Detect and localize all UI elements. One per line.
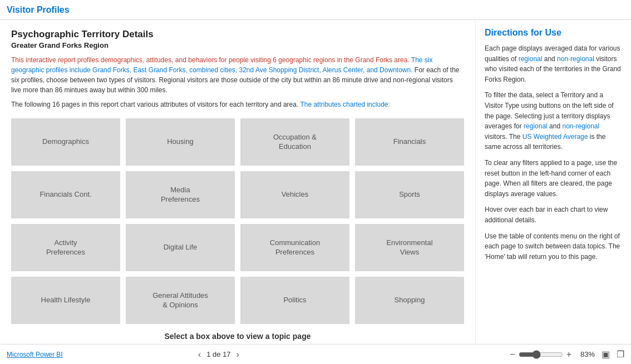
report-subtitle: Greater Grand Forks Region [11, 41, 464, 49]
attributes-blue: The attributes charted include: [300, 101, 390, 108]
topic-box-vehicles[interactable]: Vehicles [240, 171, 349, 218]
directions-body: Each page displays averaged data for var… [485, 43, 622, 262]
topic-box-health-lifestyle[interactable]: Health Lifestyle [11, 277, 120, 324]
directions-panel: Directions for Use Each page displays av… [475, 20, 631, 344]
page-prev-button[interactable]: ‹ [198, 350, 201, 360]
directions-paragraph-1: To filter the data, select a Territory a… [485, 90, 622, 152]
topic-box-politics[interactable]: Politics [240, 277, 349, 324]
report-title: Psychographic Territory Details [11, 29, 464, 40]
zoom-percent: 83% [575, 350, 595, 358]
directions-title: Directions for Use [485, 28, 622, 38]
topic-box-activity-preferences[interactable]: ActivityPreferences [11, 224, 120, 271]
zoom-minus-button[interactable]: − [510, 350, 515, 360]
topic-box-occupation-&-education[interactable]: Occupation &Education [240, 118, 349, 166]
directions-paragraph-3: Hover over each bar in each chart to vie… [485, 205, 622, 225]
zoom-plus-button[interactable]: + [566, 350, 571, 360]
topic-box-communication-preferences[interactable]: CommunicationPreferences [240, 224, 349, 271]
topic-box-housing[interactable]: Housing [126, 118, 235, 166]
topic-box-media-preferences[interactable]: MediaPreferences [126, 171, 235, 218]
intro-red: This interactive report profiles demogra… [11, 56, 410, 64]
zoom-controls: − + 83% ▣ ❐ [510, 349, 624, 360]
topic-box-sports[interactable]: Sports [355, 171, 464, 218]
expand-icon[interactable]: ❐ [617, 349, 624, 360]
topic-box-environmental-views[interactable]: EnvironmentalViews [355, 224, 464, 271]
attributes-black: The following 16 pages in this report ch… [11, 101, 298, 108]
directions-paragraph-4: Use the table of contents menu on the ri… [485, 231, 622, 262]
pagination: ‹ 1 de 17 › [198, 350, 239, 360]
topic-box-financials-cont.[interactable]: Financials Cont. [11, 171, 120, 218]
topic-box-demographics[interactable]: Demographics [11, 118, 120, 166]
zoom-slider[interactable] [519, 350, 563, 359]
attributes-text: The following 16 pages in this report ch… [11, 99, 464, 109]
topic-box-shopping[interactable]: Shopping [355, 277, 464, 324]
powerbi-link[interactable]: Microsoft Power BI [7, 351, 63, 358]
topic-grid: DemographicsHousingOccupation &Education… [11, 118, 464, 324]
topic-box-digital-life[interactable]: Digital Life [126, 224, 235, 271]
fit-icon[interactable]: ▣ [602, 349, 610, 360]
topic-box-general-attitudes-&-opinions[interactable]: General Attitudes& Opinions [126, 277, 235, 324]
page-next-button[interactable]: › [236, 350, 239, 360]
page-title: Visitor Profiles [7, 5, 70, 15]
intro-text: This interactive report profiles demogra… [11, 55, 464, 95]
select-label: Select a box above to view a topic page [11, 332, 464, 341]
page-info: 1 de 17 [206, 350, 230, 358]
directions-paragraph-0: Each page displays averaged data for var… [485, 43, 622, 84]
directions-paragraph-2: To clear any filters applied to a page, … [485, 158, 622, 199]
topic-box-financials[interactable]: Financials [355, 118, 464, 166]
